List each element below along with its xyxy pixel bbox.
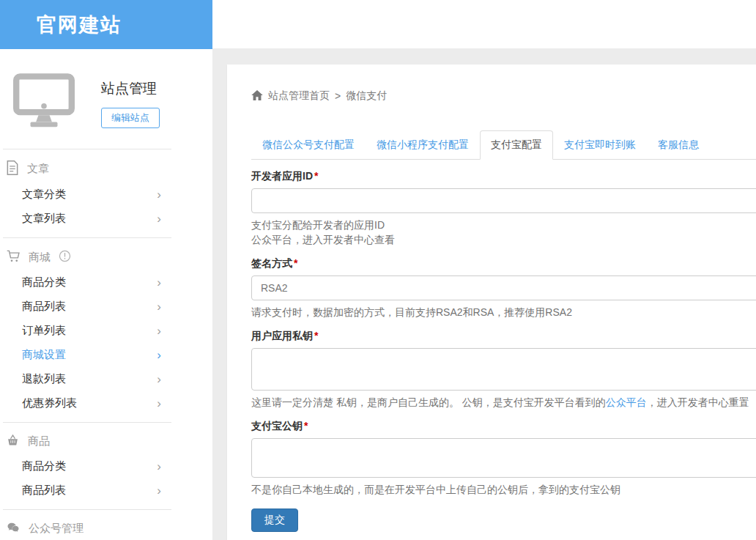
main-area: 站点管理首页 > 微信支付 微信公众号支付配置 微信小程序支付配置 支付宝配置 …	[212, 49, 756, 540]
section-header-mall: 商城	[0, 238, 212, 270]
sidebar-menu: 文章 文章分类 › 文章列表 › 商	[0, 149, 212, 540]
exclamation-circle-icon	[59, 250, 71, 265]
submit-button[interactable]: 提交	[251, 508, 298, 532]
document-icon	[6, 160, 19, 177]
section-header-product: 商品	[0, 423, 212, 454]
sidebar-item-product-list[interactable]: 商品列表 ›	[0, 478, 212, 503]
required-asterisk: *	[304, 420, 308, 432]
required-asterisk: *	[314, 170, 318, 182]
content-card: 站点管理首页 > 微信支付 微信公众号支付配置 微信小程序支付配置 支付宝配置 …	[227, 64, 756, 540]
user-private-key-textarea[interactable]	[251, 348, 756, 391]
field-alipay-public-key: 支付宝公钥* 不是你自己本地生成的，而是在开发平台中上传自己的公钥后，拿到的支付…	[251, 420, 756, 497]
site-manage-title: 站点管理	[101, 79, 160, 98]
field-user-private-key: 用户应用私钥* 这里请一定分清楚 私钥，是商户自己生成的。 公钥，是支付宝开发平…	[251, 330, 756, 410]
field-label: 签名方式*	[251, 257, 297, 270]
chevron-right-icon: ›	[157, 373, 161, 385]
field-label-text: 开发者应用ID	[251, 170, 313, 182]
breadcrumb-separator: >	[335, 90, 341, 102]
section-label: 文章	[27, 162, 49, 176]
monitor-icon	[13, 73, 75, 131]
sidebar-header: 站点管理 编辑站点	[0, 49, 212, 131]
section-header-official-account[interactable]: 公众号管理	[0, 510, 212, 540]
field-help: 请求支付时，数据加密的方式，目前支持RSA2和RSA，推荐使用RSA2	[251, 305, 756, 319]
menu-item-label: 商城设置	[22, 348, 66, 362]
tab-alipay-instant[interactable]: 支付宝即时到账	[553, 130, 647, 160]
app-logo: 官网建站	[37, 12, 122, 38]
chevron-right-icon: ›	[157, 349, 161, 361]
section-header-article: 文章	[0, 149, 212, 182]
menu-section-product: 商品 商品分类 › 商品列表 ›	[0, 423, 212, 509]
help-text-after: ，进入开发者中心重置	[647, 396, 749, 408]
basket-icon	[6, 434, 20, 449]
menu-section-official-account: 公众号管理	[0, 510, 212, 540]
breadcrumb-current: 微信支付	[346, 89, 387, 103]
menu-item-label: 退款列表	[22, 372, 66, 386]
section-label: 公众号管理	[29, 522, 84, 536]
menu-item-label: 商品分类	[22, 459, 66, 473]
menu-item-label: 文章列表	[22, 212, 66, 226]
sidebar-item-goods-list[interactable]: 商品列表 ›	[0, 295, 212, 319]
tab-wechat-official-pay[interactable]: 微信公众号支付配置	[251, 130, 366, 160]
tab-wechat-miniprogram-pay[interactable]: 微信小程序支付配置	[366, 130, 480, 160]
section-label: 商城	[29, 251, 51, 265]
field-help: 公众平台，进入开发者中心查看	[251, 232, 756, 247]
alipay-public-key-textarea[interactable]	[251, 438, 756, 478]
field-developer-app-id: 开发者应用ID* 支付宝分配给开发者的应用ID 公众平台，进入开发者中心查看	[251, 170, 756, 247]
breadcrumb-home[interactable]: 站点管理首页	[268, 89, 330, 103]
chevron-right-icon: ›	[157, 484, 161, 497]
menu-item-label: 商品分类	[22, 275, 66, 289]
field-help: 支付宝分配给开发者的应用ID	[251, 218, 756, 232]
sidebar-item-article-list[interactable]: 文章列表 ›	[0, 207, 212, 231]
help-text-before: 这里请一定分清楚 私钥，是商户自己生成的。 公钥，是支付宝开发平台看到的	[251, 396, 606, 408]
logo-block: 官网建站	[0, 0, 212, 49]
sidebar-item-goods-category[interactable]: 商品分类 ›	[0, 270, 212, 295]
chevron-right-icon: ›	[157, 325, 161, 337]
required-asterisk: *	[294, 257, 297, 269]
public-platform-link[interactable]: 公众平台	[606, 396, 647, 408]
menu-item-label: 商品列表	[22, 484, 66, 498]
field-label-text: 用户应用私钥	[251, 330, 313, 341]
cart-icon	[6, 249, 21, 265]
menu-section-article: 文章 文章分类 › 文章列表 ›	[0, 149, 212, 237]
menu-item-label: 文章分类	[22, 188, 66, 201]
chevron-right-icon: ›	[157, 300, 161, 313]
sidebar-item-product-category[interactable]: 商品分类 ›	[0, 454, 212, 478]
menu-item-label: 订单列表	[22, 324, 66, 338]
tab-bar: 微信公众号支付配置 微信小程序支付配置 支付宝配置 支付宝即时到账 客服信息	[251, 130, 756, 160]
field-label-text: 支付宝公钥	[251, 420, 303, 432]
chevron-right-icon: ›	[157, 212, 161, 225]
edit-site-button[interactable]: 编辑站点	[101, 108, 160, 128]
field-label: 用户应用私钥*	[251, 330, 318, 343]
sign-type-input[interactable]	[251, 275, 756, 300]
tab-customer-service[interactable]: 客服信息	[647, 130, 710, 160]
menu-item-label: 商品列表	[22, 300, 66, 314]
sidebar-item-mall-settings[interactable]: 商城设置 ›	[0, 343, 212, 367]
section-label: 商品	[28, 434, 50, 448]
sidebar-header-right: 站点管理 编辑站点	[101, 73, 160, 131]
field-sign-type: 签名方式* 请求支付时，数据加密的方式，目前支持RSA2和RSA，推荐使用RSA…	[251, 257, 756, 319]
chevron-right-icon: ›	[157, 397, 161, 410]
field-help: 这里请一定分清楚 私钥，是商户自己生成的。 公钥，是支付宝开发平台看到的公众平台…	[251, 395, 756, 410]
sidebar-item-article-category[interactable]: 文章分类 ›	[0, 182, 212, 207]
sidebar-item-order-list[interactable]: 订单列表 ›	[0, 319, 212, 343]
breadcrumb: 站点管理首页 > 微信支付	[251, 89, 756, 103]
top-bar: 官网建站	[0, 0, 756, 49]
menu-item-label: 优惠券列表	[22, 396, 77, 410]
chevron-right-icon: ›	[157, 276, 161, 289]
required-asterisk: *	[314, 330, 318, 341]
field-label: 开发者应用ID*	[251, 170, 318, 183]
field-help: 不是你自己本地生成的，而是在开发平台中上传自己的公钥后，拿到的支付宝公钥	[251, 482, 756, 497]
sidebar-item-coupon-list[interactable]: 优惠券列表 ›	[0, 391, 212, 415]
developer-app-id-input[interactable]	[251, 188, 756, 213]
field-label-text: 签名方式	[251, 257, 292, 269]
sidebar-item-refund-list[interactable]: 退款列表 ›	[0, 367, 212, 391]
field-label: 支付宝公钥*	[251, 420, 308, 433]
menu-section-mall: 商城 商品分类 › 商品列表 › 订单列表 ›	[0, 238, 212, 422]
sidebar: 站点管理 编辑站点 文章 文章分类 › 文章列表 ›	[0, 49, 212, 540]
chevron-right-icon: ›	[157, 460, 161, 473]
wechat-icon	[6, 521, 21, 536]
tab-alipay-config[interactable]: 支付宝配置	[480, 130, 553, 160]
chevron-right-icon: ›	[157, 188, 161, 201]
home-icon	[251, 90, 263, 103]
